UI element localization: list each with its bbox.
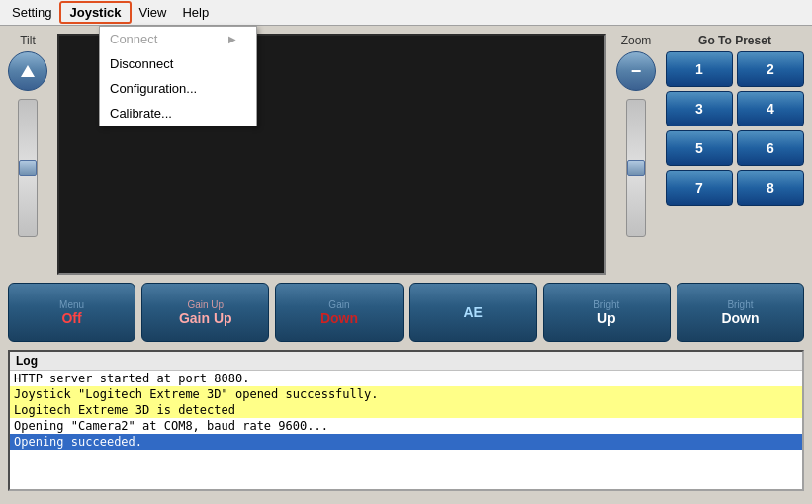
dropdown-configuration[interactable]: Configuration... xyxy=(100,76,256,101)
dropdown-calibrate[interactable]: Calibrate... xyxy=(100,101,256,126)
preset-btn-4[interactable]: 4 xyxy=(737,91,804,126)
bright-up-top-label: Bright xyxy=(593,299,619,310)
bright-up-main-label: Up xyxy=(597,310,616,326)
zoom-label: Zoom xyxy=(621,34,652,47)
log-line: Opening "Camera2" at COM8, baud rate 960… xyxy=(10,418,802,434)
preset-btn-8[interactable]: 8 xyxy=(737,170,804,206)
preset-btn-3[interactable]: 3 xyxy=(666,91,733,126)
ae-button[interactable]: AE xyxy=(409,283,537,342)
menu-view[interactable]: View xyxy=(132,3,175,22)
log-section: Log HTTP server started at port 8080.Joy… xyxy=(8,350,804,491)
bright-down-top-label: Bright xyxy=(727,299,753,310)
preset-grid: 1 2 3 4 5 6 7 8 xyxy=(666,51,804,206)
preset-btn-2[interactable]: 2 xyxy=(737,51,804,87)
tilt-slider[interactable] xyxy=(18,99,38,237)
joystick-dropdown: Connect ▶ Disconnect Configuration... Ca… xyxy=(99,26,257,126)
gain-up-top-label: Gain Up xyxy=(187,299,224,310)
preset-btn-6[interactable]: 6 xyxy=(737,130,804,166)
menu-off-button[interactable]: Menu Off xyxy=(8,283,135,342)
dropdown-connect[interactable]: Connect ▶ xyxy=(100,27,256,51)
gain-down-main-label: Down xyxy=(320,310,358,326)
svg-marker-0 xyxy=(21,65,35,77)
bright-down-main-label: Down xyxy=(721,310,759,326)
dropdown-disconnect[interactable]: Disconnect xyxy=(100,51,256,76)
bright-down-button[interactable]: Bright Down xyxy=(677,283,804,342)
bright-up-button[interactable]: Bright Up xyxy=(543,283,671,342)
menu-help[interactable]: Help xyxy=(174,3,217,22)
tilt-slider-thumb xyxy=(19,160,37,176)
preset-btn-7[interactable]: 7 xyxy=(666,170,733,206)
menu-top-label: Menu xyxy=(59,299,84,310)
gain-down-top-label: Gain xyxy=(328,299,349,310)
log-body[interactable]: HTTP server started at port 8080.Joystic… xyxy=(10,371,802,489)
ae-main-label: AE xyxy=(463,304,482,320)
log-line: Logitech Extreme 3D is detected xyxy=(10,402,802,418)
up-arrow-icon xyxy=(20,63,36,79)
preset-section: Go To Preset 1 2 3 4 5 6 7 8 xyxy=(666,34,804,275)
tilt-label: Tilt xyxy=(20,34,36,47)
arrow-icon: ▶ xyxy=(228,34,236,44)
gain-down-button[interactable]: Gain Down xyxy=(275,283,403,342)
preset-title: Go To Preset xyxy=(666,34,804,47)
menu-bar: Setting Joystick View Help xyxy=(0,0,812,26)
menu-main-label: Off xyxy=(61,310,81,326)
preset-btn-5[interactable]: 5 xyxy=(666,130,733,166)
tilt-up-button[interactable] xyxy=(8,51,47,91)
menu-joystick[interactable]: Joystick xyxy=(59,1,131,24)
zoom-out-button[interactable]: − xyxy=(616,51,656,91)
log-line: Joystick "Logitech Extreme 3D" opened su… xyxy=(10,386,802,402)
zoom-slider-thumb xyxy=(627,160,645,176)
preset-btn-1[interactable]: 1 xyxy=(666,51,733,87)
tilt-section: Tilt xyxy=(8,34,47,275)
zoom-section: Zoom − xyxy=(616,34,656,275)
gain-up-main-label: Gain Up xyxy=(179,310,232,326)
bottom-buttons: Menu Off Gain Up Gain Up Gain Down AE Br… xyxy=(0,283,812,350)
log-line: HTTP server started at port 8080. xyxy=(10,371,802,386)
gain-up-button[interactable]: Gain Up Gain Up xyxy=(141,283,269,342)
log-title: Log xyxy=(10,352,802,371)
menu-setting[interactable]: Setting xyxy=(4,3,59,22)
zoom-slider[interactable] xyxy=(626,99,646,237)
log-line: Opening succeeded. xyxy=(10,434,802,450)
